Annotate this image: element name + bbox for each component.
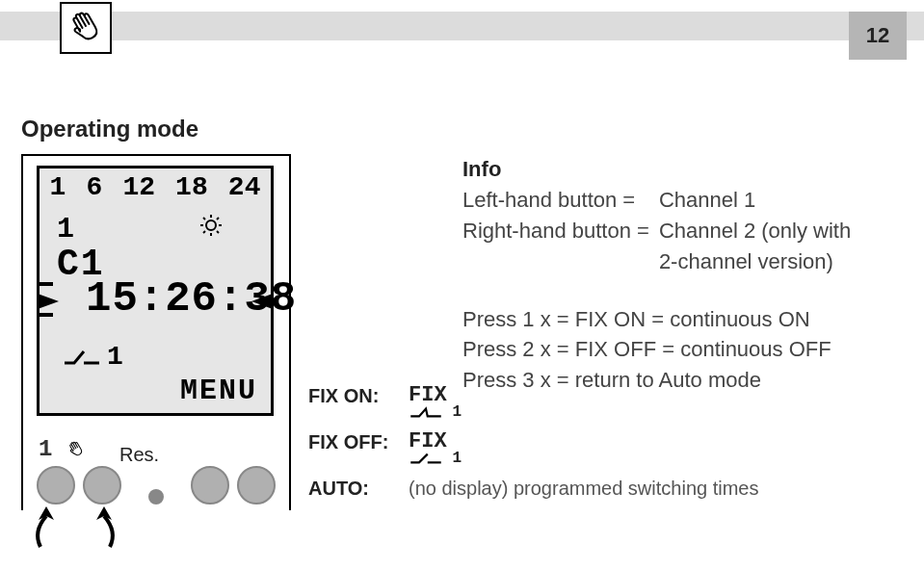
legend-auto: AUTO: (no display) programmed switching … [308,478,758,500]
legend-fix-on-label: FIX ON: [308,385,393,407]
svg-line-7 [203,231,205,233]
legend-auto-note: (no display) programmed switching times [409,478,758,500]
scale-tick: 1 [50,172,66,202]
side-tick [38,282,53,286]
device-button-row [37,466,276,504]
legend-fix-on: FIX ON: FIX 1 [308,385,758,420]
scale-tick: 24 [228,172,261,202]
manual-operation-icon-box [60,2,112,54]
legend-fix-on-channel: 1 [453,403,462,421]
svg-point-0 [206,220,216,230]
reset-button[interactable] [148,489,164,504]
info-right-label: Right-hand button = [462,216,649,277]
info-block: Info Left-hand button = Channel 1 Right-… [462,154,895,396]
sun-icon [199,213,223,246]
info-left-value: Channel 1 [659,185,895,216]
scale-tick: 12 [122,172,155,202]
time-scale: 1 6 12 18 24 [40,172,271,202]
hand-icon [66,7,105,49]
info-right-value-line2: 2-channel version) [659,249,833,273]
mode-legend: FIX ON: FIX 1 FIX OFF: FIX 1 AUTO: [308,385,758,511]
menu-label: MENU [180,375,257,407]
legend-auto-label: AUTO: [308,478,393,500]
legend-fix-off-channel: 1 [453,450,462,467]
left-nav-button[interactable] [83,466,121,504]
hand-small-icon [66,436,86,462]
scale-tick: 18 [175,172,208,202]
page-number-badge: 12 [849,12,907,60]
info-heading: Info [462,154,895,185]
legend-fix-on-relay: 1 [409,404,462,420]
page-number: 12 [866,23,889,48]
svg-line-8 [217,218,219,220]
svg-line-6 [217,231,219,233]
channel-1-button[interactable] [37,466,75,504]
section-heading: Operating mode [21,116,198,142]
side-tick [38,313,53,317]
relay-on-icon [63,348,101,367]
scale-tick: 6 [86,172,102,202]
info-right-value-line1: Channel 2 (only with [659,219,851,243]
left-cursor-icon [38,294,59,309]
info-press-2: Press 2 x = FIX OFF = continuous OFF [462,334,895,365]
legend-fix-off-symbol: FIX 1 [409,431,462,466]
device-illustration: 1 6 12 18 24 1 [21,154,291,510]
right-nav-button[interactable] [191,466,229,504]
legend-fix-off-label: FIX OFF: [308,431,393,453]
lcd-row-indicators: 1 [57,213,223,246]
legend-fix-on-symbol: FIX 1 [409,385,462,420]
header-bar: 12 [0,12,924,40]
relay-indicator: 1 [63,342,123,372]
info-press-1: Press 1 x = FIX ON = continuous ON [462,304,895,335]
top-indicator: 1 [57,213,74,246]
legend-fix-off-relay: 1 [409,451,462,466]
info-left-label: Left-hand button = [462,185,649,216]
svg-line-5 [203,218,205,220]
press-arrow-icon [73,503,121,551]
press-arrow-icon [29,503,77,551]
reset-label: Res. [119,444,159,466]
lcd-screen: 1 6 12 18 24 1 [37,166,274,416]
button-1-label: 1 [39,436,86,462]
menu-button[interactable] [237,466,276,504]
legend-fix-off: FIX OFF: FIX 1 [308,431,758,466]
button-1-number: 1 [39,436,52,462]
relay-channel-number: 1 [107,342,123,372]
